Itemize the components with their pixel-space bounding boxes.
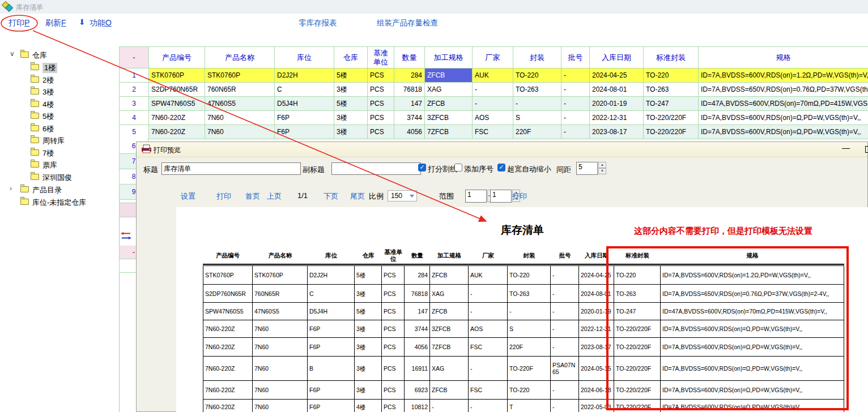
scale-dropdown[interactable]: 150: [388, 190, 417, 201]
maximize-button[interactable]: [865, 146, 868, 153]
cell-r2-c6[interactable]: 76818: [394, 83, 425, 97]
cell-r1-c4[interactable]: 5楼: [334, 68, 368, 83]
cell-r2-c11[interactable]: 2024-08-01: [590, 83, 644, 97]
cell-r2-c8[interactable]: -: [473, 83, 513, 97]
column-header-9[interactable]: 封装: [513, 47, 561, 68]
swap-arrows-icon[interactable]: [121, 232, 131, 239]
column-header-8[interactable]: 厂家: [473, 47, 513, 68]
last-page-link[interactable]: 尾页: [350, 191, 365, 201]
column-header-5[interactable]: 基准单位: [368, 47, 394, 68]
cell-r2-c13[interactable]: ID=7A,BVDSS=650V,RDS(on)=0.76Ω,PD=37W,VG…: [699, 83, 868, 97]
cell-r4-c6[interactable]: 3744: [394, 111, 425, 125]
assembly-check-link[interactable]: 组装产品存量检查: [377, 18, 438, 28]
cell-r4-c7[interactable]: 3ZFCB: [425, 111, 473, 125]
cell-r1-c11[interactable]: 2024-04-25: [590, 68, 644, 83]
cell-r1-c8[interactable]: AUK: [473, 68, 513, 83]
cell-r3-c13[interactable]: ID=47A,BVDSS=600V,RDS(on)=70mΩ,PD=415W,V…: [699, 97, 868, 111]
cell-r5-c12[interactable]: TO-220/220F: [644, 125, 699, 139]
cell-r1-c13[interactable]: ID=7A,BVDSS=600V,RDS(on)=1.2Ω,PD=W,VGS(t…: [699, 68, 868, 83]
cell-r4-c3[interactable]: F6P: [275, 111, 334, 125]
spacing-down-button[interactable]: ▼: [598, 168, 606, 174]
cell-r1-c3[interactable]: D2J2H: [275, 68, 334, 83]
subtitle-input[interactable]: [331, 162, 421, 175]
dialog-titlebar[interactable]: 打印预览 —: [137, 142, 867, 157]
cell-r4-c13[interactable]: ID=7A,BVDSS=600V,RDS(on)=Ω,PD=W,VGS(th)=…: [699, 111, 868, 125]
minimize-button[interactable]: —: [840, 143, 852, 152]
column-header-7[interactable]: 加工规格: [425, 47, 473, 68]
cell-r5-c1[interactable]: 7N60-220Z: [149, 125, 205, 139]
first-page-link[interactable]: 首页: [245, 191, 260, 201]
cell-r3-c9[interactable]: -: [513, 97, 561, 111]
print-link[interactable]: 打印: [216, 191, 231, 201]
cell-r5-c11[interactable]: 2023-08-17: [590, 125, 644, 139]
cell-r5-c7[interactable]: 7ZFCB: [425, 125, 473, 139]
cell-r1-c0[interactable]: 1: [120, 68, 149, 83]
cell-r5-c4[interactable]: 3楼: [334, 125, 368, 139]
cell-r2-c0[interactable]: 2: [120, 83, 149, 97]
column-header-11[interactable]: 入库日期: [590, 47, 644, 68]
cell-r5-c0[interactable]: 5: [120, 125, 149, 139]
cell-r1-c1[interactable]: STK0760P: [149, 68, 205, 83]
cell-r5-c9[interactable]: 220F: [513, 125, 561, 139]
cell-r5-c5[interactable]: PCS: [368, 125, 394, 139]
cell-r3-c8[interactable]: -: [473, 97, 513, 111]
spacing-up-button[interactable]: ▲: [598, 162, 606, 168]
spacing-stepper[interactable]: 5 ▲▼: [576, 162, 606, 174]
cell-r2-c4[interactable]: 3楼: [334, 83, 368, 97]
column-header-0[interactable]: -: [120, 47, 149, 68]
cell-r2-c2[interactable]: 760N65R: [205, 83, 275, 97]
cell-r4-c5[interactable]: PCS: [368, 111, 394, 125]
prev-page-link[interactable]: 上页: [267, 191, 282, 201]
cell-r2-c5[interactable]: PCS: [368, 83, 394, 97]
cell-r3-c6[interactable]: 147: [394, 97, 425, 111]
cell-r4-c9[interactable]: S: [513, 111, 561, 125]
column-header-2[interactable]: 产品名称: [205, 47, 275, 68]
function-menu-item[interactable]: 功能O: [90, 18, 112, 28]
cell-r3-c1[interactable]: SPW47N60S5: [149, 97, 205, 111]
cell-r1-c10[interactable]: -: [561, 68, 590, 83]
cell-r4-c12[interactable]: TO-220/220F: [644, 111, 699, 125]
column-header-4[interactable]: 仓库: [334, 47, 368, 68]
column-header-1[interactable]: 产品编号: [149, 47, 205, 68]
cell-r3-c0[interactable]: 3: [120, 97, 149, 111]
cell-r4-c11[interactable]: 2022-12-31: [590, 111, 644, 125]
cell-r3-c12[interactable]: TO-247: [644, 97, 699, 111]
cell-r1-c12[interactable]: TO-220: [644, 68, 699, 83]
cell-r3-c10[interactable]: -: [561, 97, 590, 111]
cell-r3-c5[interactable]: PCS: [368, 97, 394, 111]
cell-r4-c4[interactable]: 3楼: [334, 111, 368, 125]
cell-r2-c1[interactable]: S2DP760N65R: [149, 83, 205, 97]
collapse-icon[interactable]: ∨: [10, 50, 15, 58]
expand-icon[interactable]: ›: [10, 184, 12, 192]
cell-r1-c6[interactable]: 284: [394, 68, 425, 83]
column-header-13[interactable]: 规格: [699, 47, 868, 68]
cell-r3-c4[interactable]: 5楼: [334, 97, 368, 111]
cell-r4-c0[interactable]: 4: [120, 111, 149, 125]
cell-r5-c3[interactable]: F6P: [275, 125, 334, 139]
cell-r2-c3[interactable]: C: [275, 83, 334, 97]
cell-r3-c2[interactable]: 47N60S5: [205, 97, 275, 111]
cell-r3-c3[interactable]: D5J4H: [275, 97, 334, 111]
add-index-checkbox[interactable]: [454, 164, 462, 171]
refresh-menu-item[interactable]: 刷新F: [45, 18, 66, 28]
cell-r4-c10[interactable]: -: [561, 111, 590, 125]
cell-r2-c7[interactable]: XAG: [425, 83, 473, 97]
column-header-12[interactable]: 标准封装: [644, 47, 699, 68]
cell-r1-c9[interactable]: TO-220: [513, 68, 561, 83]
doc-title-input[interactable]: [161, 162, 301, 175]
cell-r1-c5[interactable]: PCS: [368, 68, 394, 83]
auto-shrink-checkbox[interactable]: [497, 164, 505, 171]
column-header-6[interactable]: 数量: [394, 47, 425, 68]
cell-r2-c9[interactable]: TO-263: [513, 83, 561, 97]
print-link-2[interactable]: 打印: [512, 191, 527, 201]
next-page-link[interactable]: 下页: [324, 191, 338, 201]
divider-line-checkbox[interactable]: [418, 164, 426, 171]
cell-r5-c13[interactable]: ID=7A,BVDSS=600V,RDS(on)=Ω,PD=W,VGS(th)=…: [699, 125, 868, 139]
cell-r1-c7[interactable]: ZFCB: [425, 68, 473, 83]
cell-r5-c8[interactable]: FSC: [473, 125, 513, 139]
settings-link[interactable]: 设置: [181, 191, 195, 201]
cell-r3-c11[interactable]: 2020-01-19: [590, 97, 644, 111]
column-header-3[interactable]: 库位: [275, 47, 334, 68]
cell-r4-c1[interactable]: 7N60-220Z: [149, 111, 205, 125]
cell-r5-c10[interactable]: -: [561, 125, 590, 139]
